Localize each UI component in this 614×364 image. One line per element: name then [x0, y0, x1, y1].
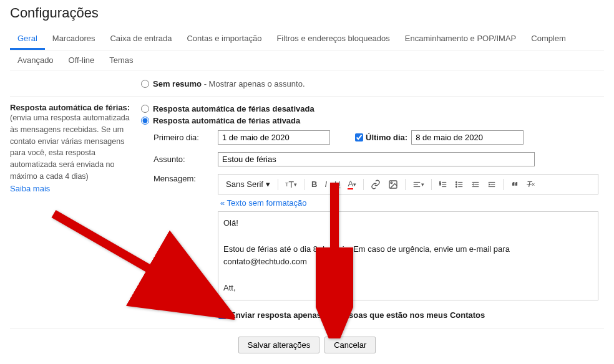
svg-point-1	[391, 182, 392, 184]
remove-format-button[interactable]: T×	[524, 178, 538, 191]
link-button[interactable]	[368, 178, 384, 191]
align-button[interactable]: ▾	[409, 178, 427, 191]
svg-point-13	[456, 181, 457, 183]
label-vacation-on: Resposta automática de férias ativada	[153, 116, 300, 125]
indent-less-button[interactable]	[468, 178, 483, 191]
vacation-section-title: Resposta automática de férias:	[10, 103, 130, 112]
bullet-list-button[interactable]	[452, 178, 467, 191]
quote-button[interactable]	[507, 178, 522, 191]
message-line-2: Estou de férias até o dia 8 de maio. Em …	[223, 243, 593, 269]
subject-label: Assunto:	[154, 155, 213, 164]
font-size-button[interactable]: TT▾	[282, 178, 300, 191]
svg-text:2: 2	[439, 183, 441, 186]
svg-point-14	[456, 184, 457, 185]
tab-offline[interactable]: Off-line	[61, 50, 102, 70]
chevron-down-icon: ▾	[266, 180, 270, 189]
image-button[interactable]	[385, 178, 401, 191]
first-day-label: Primeiro dia:	[154, 133, 213, 142]
bold-button[interactable]: B	[308, 178, 320, 191]
learn-more-link[interactable]: Saiba mais	[10, 184, 50, 193]
vacation-section-desc: (envia uma resposta automatizada às mens…	[10, 112, 134, 183]
message-line-3: Att,	[223, 282, 593, 295]
tab-marcadores[interactable]: Marcadores	[45, 29, 103, 50]
plain-text-link[interactable]: « Texto sem formatação	[218, 194, 309, 211]
desc-sem-resumo: - Mostrar apenas o assunto.	[202, 79, 305, 89]
radio-vacation-off[interactable]	[141, 105, 149, 113]
footer: Salvar alterações Cancelar	[10, 328, 604, 361]
svg-point-15	[456, 186, 457, 187]
label-vacation-off: Resposta automática de férias desativada	[153, 104, 314, 113]
tab-contas-importacao[interactable]: Contas e importação	[179, 29, 269, 50]
radio-vacation-on[interactable]	[141, 117, 149, 125]
tab-geral[interactable]: Geral	[10, 29, 45, 50]
italic-button[interactable]: I	[321, 178, 330, 191]
message-editor[interactable]: Olá! Estou de férias até o dia 8 de maio…	[218, 211, 598, 300]
cancel-button[interactable]: Cancelar	[324, 337, 376, 353]
radio-sem-resumo[interactable]	[141, 80, 149, 88]
underline-button[interactable]: U	[331, 178, 343, 191]
numbered-list-button[interactable]: 12	[436, 178, 451, 191]
tabs-row-1: Geral Marcadores Caixa de entrada Contas…	[10, 29, 604, 50]
last-day-label: Último dia:	[366, 133, 407, 142]
font-family-dropdown[interactable]: Sans Serif ▾	[222, 178, 274, 190]
subject-input[interactable]	[218, 152, 535, 166]
last-day-checkbox[interactable]	[355, 133, 363, 141]
first-day-input[interactable]	[218, 130, 330, 145]
message-label: Mensagem:	[154, 174, 213, 183]
tab-filtros[interactable]: Filtros e endereços bloqueados	[269, 29, 397, 50]
tabs-row-2: Avançado Off-line Temas	[10, 50, 604, 70]
tab-caixa-entrada[interactable]: Caixa de entrada	[102, 29, 179, 50]
message-toolbar: Sans Serif ▾ TT▾ B I U A▾	[218, 174, 598, 194]
contacts-only-checkbox[interactable]	[218, 311, 227, 319]
tab-complementos[interactable]: Complem	[524, 29, 573, 50]
indent-more-button[interactable]	[484, 178, 499, 191]
last-day-input[interactable]	[411, 130, 524, 145]
save-button[interactable]: Salvar alterações	[238, 337, 319, 353]
tab-encaminhamento[interactable]: Encaminhamento e POP/IMAP	[397, 29, 524, 50]
contacts-only-label: Enviar resposta apenas às pessoas que es…	[230, 310, 485, 320]
chevron-down-icon: ▾	[294, 181, 297, 188]
message-line-1: Olá!	[223, 217, 593, 230]
text-color-button[interactable]: A▾	[344, 177, 359, 191]
label-sem-resumo: Sem resumo	[153, 79, 202, 89]
tab-avancado[interactable]: Avançado	[10, 50, 61, 70]
page-title: Configurações	[10, 0, 604, 29]
tab-temas[interactable]: Temas	[102, 50, 140, 70]
